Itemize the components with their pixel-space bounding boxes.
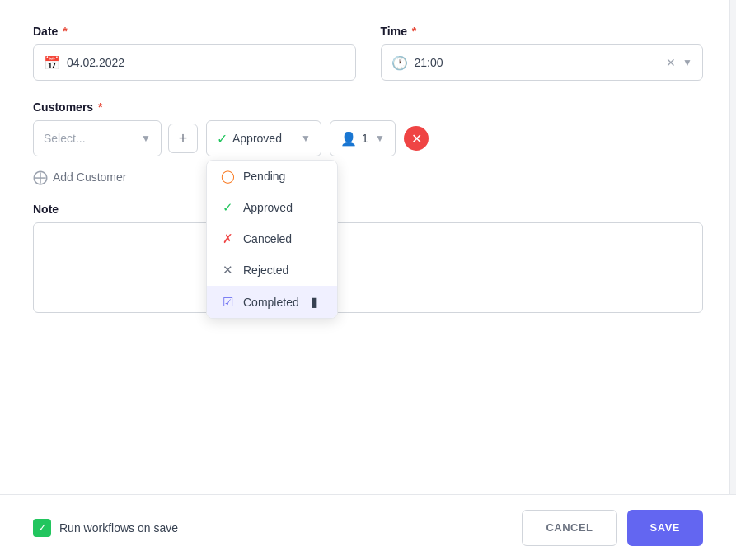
note-label: Note [33, 203, 703, 216]
customers-section: Customers * Select... ▼ + ✓ Approved ▼ [33, 100, 703, 186]
status-dropdown-menu: ◯ Pending ✓ Approved ✗ Canceled ✕ Reject… [206, 160, 338, 319]
time-value: 21:00 [415, 56, 660, 69]
add-circle-icon: ⨁ [33, 168, 48, 186]
status-arrow-icon: ▼ [301, 133, 311, 144]
scrollbar[interactable] [729, 0, 736, 494]
completed-label: Completed [243, 296, 299, 309]
status-dropdown-wrapper: ✓ Approved ▼ ◯ Pending ✓ Approved ✗ [206, 120, 321, 156]
time-required: * [409, 25, 416, 38]
footer: ✓ Run workflows on save CANCEL SAVE [0, 494, 736, 560]
customer-select-arrow: ▼ [141, 133, 151, 144]
workflow-checkbox[interactable]: ✓ [33, 519, 51, 537]
customers-row: Select... ▼ + ✓ Approved ▼ ◯ Pending [33, 120, 703, 156]
person-selector[interactable]: 👤 1 ▼ [330, 120, 396, 156]
time-label: Time * [381, 25, 704, 38]
status-current-label: Approved [232, 132, 296, 145]
person-icon: 👤 [340, 131, 357, 147]
calendar-icon: 📅 [44, 55, 60, 71]
canceled-label: Canceled [243, 232, 292, 245]
customer-select[interactable]: Select... ▼ [33, 120, 162, 156]
workflow-row: ✓ Run workflows on save [33, 519, 178, 537]
approved-check-icon: ✓ [220, 200, 235, 215]
add-customer-link[interactable]: ⨁ Add Customer [33, 168, 703, 186]
workflow-label: Run workflows on save [59, 521, 178, 534]
main-content: Date * 📅 04.02.2022 Time * 🕐 21:00 ✕ ▼ C… [0, 0, 736, 486]
remove-customer-button[interactable]: ✕ [404, 126, 429, 151]
cancel-button[interactable]: CANCEL [522, 510, 616, 546]
cursor-indicator: ▮ [311, 294, 318, 310]
status-option-canceled[interactable]: ✗ Canceled [207, 223, 337, 254]
time-dropdown-icon[interactable]: ▼ [682, 57, 692, 68]
footer-buttons: CANCEL SAVE [522, 510, 703, 546]
status-option-pending[interactable]: ◯ Pending [207, 161, 337, 192]
pending-label: Pending [243, 170, 285, 183]
status-option-rejected[interactable]: ✕ Rejected [207, 254, 337, 286]
person-count-value: 1 [362, 132, 370, 145]
person-selector-arrow: ▼ [375, 133, 385, 144]
time-group: Time * 🕐 21:00 ✕ ▼ [381, 25, 704, 81]
date-value: 04.02.2022 [67, 56, 345, 69]
customers-required: * [95, 100, 102, 114]
canceled-x-icon: ✗ [220, 231, 235, 246]
save-button[interactable]: SAVE [627, 510, 703, 546]
rejected-label: Rejected [243, 264, 288, 277]
approved-label: Approved [243, 201, 293, 214]
customers-label: Customers * [33, 100, 703, 114]
customer-select-wrapper: Select... ▼ + [33, 120, 198, 156]
customer-select-placeholder: Select... [44, 132, 134, 145]
completed-checkbox-icon: ☑ [220, 295, 235, 310]
status-option-completed[interactable]: ☑ Completed ▮ [207, 286, 337, 318]
date-time-row: Date * 📅 04.02.2022 Time * 🕐 21:00 ✕ ▼ [33, 25, 703, 81]
time-input[interactable]: 🕐 21:00 ✕ ▼ [381, 44, 704, 81]
status-button[interactable]: ✓ Approved ▼ [206, 120, 321, 156]
note-section: Note [33, 203, 703, 316]
status-check-icon: ✓ [217, 131, 227, 147]
add-customer-plus-button[interactable]: + [168, 124, 198, 153]
workflow-checkmark-icon: ✓ [38, 521, 47, 534]
status-option-approved[interactable]: ✓ Approved [207, 192, 337, 223]
date-required: * [59, 25, 67, 38]
remove-icon: ✕ [411, 131, 422, 147]
note-textarea[interactable] [33, 222, 703, 313]
date-group: Date * 📅 04.02.2022 [33, 25, 356, 81]
add-customer-label: Add Customer [53, 170, 126, 184]
time-clear-icon[interactable]: ✕ [666, 56, 676, 69]
pending-icon: ◯ [220, 169, 235, 184]
date-input[interactable]: 📅 04.02.2022 [33, 44, 356, 81]
clock-icon: 🕐 [391, 55, 408, 71]
rejected-x-icon: ✕ [220, 263, 235, 278]
date-label: Date * [33, 25, 356, 38]
